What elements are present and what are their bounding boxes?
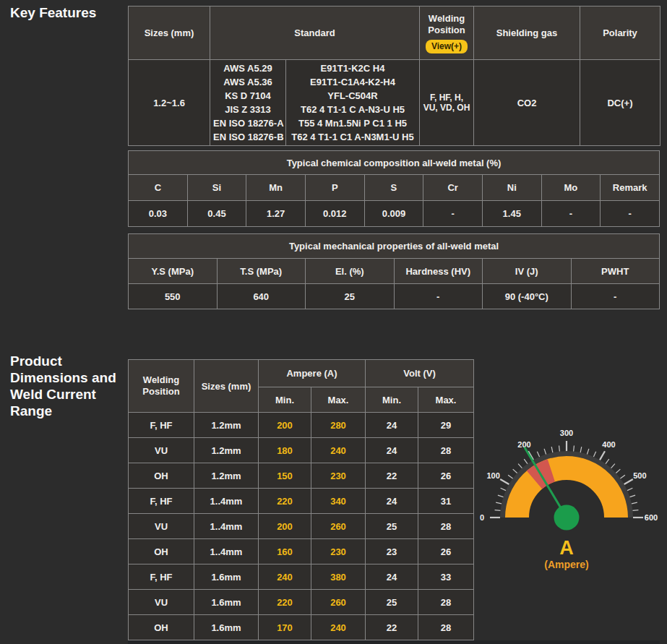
- current-table-cell: 31: [418, 489, 474, 514]
- gauge-tick: [496, 502, 502, 504]
- mechanical-value: 550: [129, 284, 218, 309]
- gauge-tick: [620, 475, 624, 478]
- current-table-cell: 380: [311, 564, 366, 590]
- gauge-tick: [632, 510, 638, 511]
- mechanical-value: -: [571, 284, 660, 309]
- chemical-value: 0.012: [305, 201, 364, 227]
- gauge-tick-label: 400: [602, 440, 615, 449]
- chemical-value: -: [601, 201, 660, 227]
- gauge-tick: [524, 459, 528, 463]
- gauge-tick: [624, 479, 633, 484]
- gauge-tick: [501, 488, 506, 490]
- current-table-cell: 260: [311, 514, 366, 539]
- mechanical-value: 90 (-40°C): [483, 284, 572, 309]
- current-table-row: OH1..4mm1602302326: [129, 539, 474, 564]
- current-subcol-header: Min.: [259, 387, 311, 413]
- current-table-cell: VU: [129, 514, 194, 539]
- list-line: JIS Z 3313: [213, 103, 283, 116]
- chemical-col-header: Mo: [541, 175, 601, 201]
- current-table-cell: 24: [366, 438, 418, 463]
- current-table-cell: 25: [366, 590, 418, 615]
- chemical-table-title: Typical chemical composition all-weld me…: [129, 151, 660, 175]
- chemical-value: -: [541, 201, 601, 227]
- mechanical-col-header: Hardness (HV): [394, 259, 483, 284]
- gauge-tick: [559, 446, 560, 452]
- list-line: T62 4 T1-1 C A-N3-U H5: [289, 103, 416, 116]
- chemical-table: Typical chemical composition all-weld me…: [128, 150, 660, 227]
- list-line: KS D 7104: [213, 89, 283, 103]
- current-table-row: F, HF1.6mm2403802433: [129, 564, 474, 590]
- gauge-tick-label: 300: [560, 429, 573, 437]
- chemical-col-header: C: [129, 175, 188, 201]
- gauge-tick: [606, 459, 609, 463]
- gauge-tick: [593, 452, 595, 457]
- gauge-tick: [629, 495, 635, 497]
- current-table-cell: 170: [259, 615, 311, 640]
- current-table-cell: 230: [311, 463, 366, 489]
- chemical-col-header: S: [364, 175, 423, 201]
- current-table-cell: 22: [366, 615, 418, 640]
- gauge-unit: A: [559, 537, 574, 559]
- spec-polarity-value: DC(+): [580, 60, 660, 146]
- current-table-cell: 26: [418, 463, 474, 489]
- current-group-header-row: Welding Position Sizes (mm) Ampere (A) V…: [129, 360, 474, 387]
- view-button[interactable]: View(+): [426, 40, 468, 53]
- current-table-cell: 28: [418, 615, 474, 640]
- gauge-tick: [544, 449, 546, 455]
- current-table-cell: OH: [129, 539, 194, 564]
- gauge-tick-label: 500: [633, 471, 646, 480]
- list-line: EN ISO 18276-A: [213, 116, 283, 130]
- spec-table: Sizes (mm) Standard Welding Position Vie…: [128, 6, 660, 146]
- list-line: YFL-C504R: [289, 89, 416, 103]
- current-table-row: VU1.6mm2202602528: [129, 590, 474, 615]
- current-table-cell: 240: [259, 564, 311, 590]
- current-table-cell: 280: [311, 413, 366, 438]
- current-table-cell: 23: [366, 539, 418, 564]
- current-table-row: OH1.6mm1702402228: [129, 615, 474, 640]
- current-table-cell: 24: [366, 413, 418, 438]
- current-range-table: Welding Position Sizes (mm) Ampere (A) V…: [128, 359, 474, 640]
- current-table-cell: 1.6mm: [194, 590, 259, 615]
- chemical-value: 0.45: [187, 201, 246, 227]
- spec-data-row: 1.2~1.6 AWS A5.29AWS A5.36KS D 7104JIS Z…: [129, 60, 660, 146]
- spec-welding-position-value: F, HF, H, VU, VD, OH: [420, 60, 474, 146]
- current-table-cell: 340: [311, 489, 366, 514]
- current-table-body: F, HF1.2mm2002802429VU1.2mm1802402428OH1…: [129, 413, 474, 640]
- section-title-key-features: Key Features: [10, 4, 96, 21]
- list-line: E91T1-C1A4-K2-H4: [289, 75, 416, 89]
- list-line: E91T1-K2C H4: [289, 61, 416, 75]
- mechanical-table: Typical mechanical properties of all-wel…: [128, 233, 660, 309]
- gauge-tick: [574, 446, 575, 452]
- gauge-tick: [498, 495, 504, 497]
- gauge-tick: [580, 447, 582, 452]
- mechanical-value: 25: [306, 284, 395, 309]
- gauge-tick-label: 100: [486, 471, 499, 480]
- current-table-cell: 33: [418, 564, 474, 590]
- mechanical-values-row: 55064025-90 (-40°C)-: [129, 284, 660, 309]
- gauge-tick: [600, 451, 605, 460]
- list-line: AWS A5.36: [213, 75, 283, 89]
- list-line: T55 4 Mn1.5Ni P C1 1 H5: [289, 116, 416, 130]
- chemical-value: 0.009: [364, 201, 423, 227]
- current-table-cell: 180: [259, 438, 311, 463]
- chemical-value: -: [423, 201, 483, 227]
- chemical-col-header: P: [305, 175, 364, 201]
- gauge-tick-label: 0: [480, 513, 484, 522]
- current-table-cell: 28: [418, 514, 474, 539]
- current-table-cell: 260: [311, 590, 366, 615]
- chemical-header-row: CSiMnPSCrNiMoRemark: [129, 175, 660, 201]
- next-section-strip: [128, 640, 660, 644]
- chemical-value: 1.45: [482, 201, 541, 227]
- spec-col-welding-position: Welding Position View(+): [420, 7, 474, 60]
- gauge-tick-label: 600: [645, 513, 658, 522]
- gauge-unit-caption: (Ampere): [544, 559, 588, 570]
- chemical-values-row: 0.030.451.270.0120.009-1.45--: [129, 201, 660, 227]
- current-table-cell: 1.6mm: [194, 564, 259, 590]
- gauge-tick: [513, 469, 517, 473]
- gauge-tick: [587, 449, 588, 455]
- current-table-row: F, HF1.2mm2002802429: [129, 413, 474, 438]
- chemical-col-header: Remark: [601, 175, 660, 201]
- current-table-cell: 25: [366, 514, 418, 539]
- current-table-cell: 230: [311, 539, 366, 564]
- spec-col-standard: Standard: [210, 7, 420, 60]
